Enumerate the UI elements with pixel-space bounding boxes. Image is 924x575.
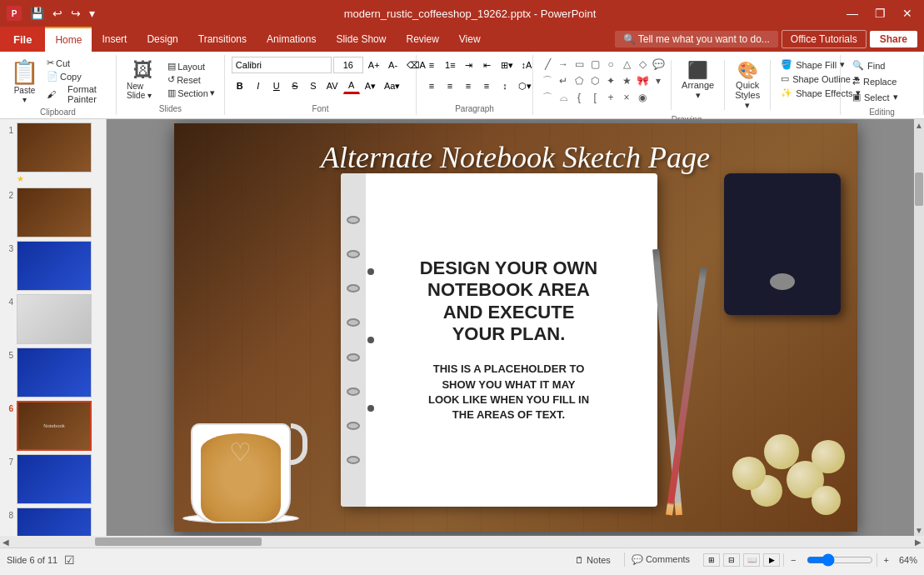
section-button[interactable]: ▥ Section ▾ xyxy=(165,87,217,99)
scroll-left-button[interactable]: ◀ xyxy=(0,538,12,547)
slide-thumb-7[interactable]: 7 xyxy=(3,454,102,504)
menu-item-file[interactable]: File xyxy=(0,27,45,52)
customize-qat-icon[interactable]: ▾ xyxy=(86,5,98,22)
menu-item-review[interactable]: Review xyxy=(396,27,448,52)
shape-more[interactable]: ▾ xyxy=(651,73,666,88)
shape-bracket[interactable]: [ xyxy=(587,90,602,105)
shape-action2[interactable]: ⌓ xyxy=(556,90,571,105)
bullets-button[interactable]: ≡ xyxy=(423,57,440,73)
add-remove-cols-button[interactable]: ⊞▾ xyxy=(497,57,517,73)
slide-img-8[interactable] xyxy=(17,508,92,536)
shape-action1[interactable]: ⌒ xyxy=(540,90,555,105)
scroll-down-button[interactable]: ▼ xyxy=(914,524,924,536)
font-size-input[interactable] xyxy=(333,57,363,73)
office-tutorials-button[interactable]: Office Tutorials xyxy=(782,30,867,48)
line-spacing-button[interactable]: ↕ xyxy=(497,78,513,94)
numbered-list-button[interactable]: 1≡ xyxy=(442,57,459,73)
slide-img-7[interactable] xyxy=(17,454,92,504)
shape-callout[interactable]: 💬 xyxy=(651,57,666,72)
shape-diamond[interactable]: ◇ xyxy=(635,57,650,72)
smart-art-button[interactable]: ⬡▾ xyxy=(515,78,535,94)
menu-item-home[interactable]: Home xyxy=(45,27,92,52)
layout-button[interactable]: ▤ Layout xyxy=(165,60,217,72)
notes-button[interactable]: 🗒 Notes xyxy=(568,553,617,567)
quick-styles-button[interactable]: 🎨 QuickStyles ▾ xyxy=(730,57,765,114)
replace-button[interactable]: ⇄ Replace xyxy=(849,74,902,88)
slide-thumb-3[interactable]: 3 xyxy=(3,241,102,291)
slide-img-1[interactable] xyxy=(17,122,92,172)
justify-button[interactable]: ≡ xyxy=(478,78,495,94)
slide-panel[interactable]: 1 ★ 2 3 4 xyxy=(0,119,107,536)
slideshow-button[interactable]: ▶ xyxy=(763,553,780,567)
paste-dropdown-icon[interactable]: ▾ xyxy=(22,95,27,104)
arrange-button[interactable]: ⬛ Arrange ▾ xyxy=(677,57,719,104)
decrease-font-button[interactable]: A- xyxy=(385,57,402,73)
shape-rect[interactable]: ▭ xyxy=(572,57,587,72)
main-slide[interactable]: Alternate Notebook Sketch Page xyxy=(174,123,857,532)
zoom-slider-input[interactable] xyxy=(807,553,873,567)
tell-me-input[interactable]: 🔍 Tell me what you want to do... xyxy=(615,31,778,48)
redo-icon[interactable]: ↪ xyxy=(67,5,84,22)
shape-ribbon[interactable]: 🎀 xyxy=(635,73,650,88)
shape-arrow[interactable]: → xyxy=(556,57,571,72)
shape-pentagon[interactable]: ⬠ xyxy=(572,73,587,88)
text-shadow-button[interactable]: S xyxy=(305,78,322,94)
shape-curve[interactable]: ⌒ xyxy=(540,73,555,88)
save-icon[interactable]: 💾 xyxy=(27,5,47,22)
slide-sorter-button[interactable]: ⊟ xyxy=(723,553,740,567)
bold-button[interactable]: B xyxy=(232,78,248,94)
scroll-right-button[interactable]: ▶ xyxy=(912,538,924,547)
menu-item-slideshow[interactable]: Slide Show xyxy=(326,27,396,52)
shape-triangle[interactable]: △ xyxy=(619,57,634,72)
reset-button[interactable]: ↺ Reset xyxy=(165,73,217,86)
shape-hexagon[interactable]: ⬡ xyxy=(587,73,602,88)
shape-math1[interactable]: + xyxy=(603,90,618,105)
slide-thumb-4[interactable]: 4 xyxy=(3,294,102,344)
shape-star4[interactable]: ✦ xyxy=(603,73,618,88)
zoom-out-button[interactable]: − xyxy=(783,553,802,567)
cut-button[interactable]: ✂ Cut xyxy=(44,57,109,69)
slide-img-3[interactable] xyxy=(17,241,92,291)
slide-thumb-6[interactable]: 6 Notebook xyxy=(3,401,102,451)
copy-button[interactable]: 📄 Copy xyxy=(44,70,109,82)
paste-button[interactable]: 📋 Paste ▾ xyxy=(7,57,42,106)
shape-bent[interactable]: ↵ xyxy=(556,73,571,88)
italic-button[interactable]: I xyxy=(250,78,267,94)
scroll-up-button[interactable]: ▲ xyxy=(914,119,924,131)
char-spacing-button[interactable]: AV xyxy=(323,78,342,94)
menu-item-transitions[interactable]: Transitions xyxy=(188,27,257,52)
increase-font-button[interactable]: A+ xyxy=(365,57,383,73)
select-button[interactable]: ▣ Select ▾ xyxy=(849,90,902,104)
format-painter-button[interactable]: 🖌 Format Painter xyxy=(44,83,109,105)
slide-thumb-8[interactable]: 8 xyxy=(3,508,102,536)
align-center-button[interactable]: ≡ xyxy=(442,78,458,94)
slide-thumb-5[interactable]: 5 xyxy=(3,348,102,398)
shape-star5[interactable]: ★ xyxy=(619,73,634,88)
undo-icon[interactable]: ↩ xyxy=(49,5,66,22)
menu-item-insert[interactable]: Insert xyxy=(92,27,137,52)
shape-line[interactable]: ╱ xyxy=(540,57,555,72)
normal-view-button[interactable]: ⊞ xyxy=(703,553,720,567)
text-highlight-button[interactable]: A▾ xyxy=(362,78,379,94)
scroll-thumb-v[interactable] xyxy=(915,172,923,206)
find-button[interactable]: 🔍 Find xyxy=(849,58,902,72)
restore-button[interactable]: ❐ xyxy=(870,5,891,22)
font-family-input[interactable] xyxy=(232,57,332,73)
shape-oval[interactable]: ○ xyxy=(603,57,618,72)
comments-button[interactable]: 💬 Comments xyxy=(624,552,697,567)
new-slide-button[interactable]: 🖼 New Slide ▾ xyxy=(123,57,163,102)
reading-view-button[interactable]: 📖 xyxy=(743,553,760,567)
menu-item-design[interactable]: Design xyxy=(137,27,187,52)
underline-button[interactable]: U xyxy=(268,78,285,94)
scroll-thumb-h[interactable] xyxy=(95,538,262,546)
share-button[interactable]: Share xyxy=(870,31,917,48)
slide-img-6[interactable]: Notebook xyxy=(17,401,92,451)
strikethrough-button[interactable]: S xyxy=(287,78,303,94)
slide-thumb-2[interactable]: 2 xyxy=(3,188,102,238)
align-right-button[interactable]: ≡ xyxy=(460,78,477,94)
align-left-button[interactable]: ≡ xyxy=(423,78,440,94)
zoom-in-button[interactable]: + xyxy=(877,553,896,567)
slide-img-2[interactable] xyxy=(17,188,92,238)
font-color-button[interactable]: A xyxy=(343,78,360,94)
menu-item-view[interactable]: View xyxy=(449,27,491,52)
